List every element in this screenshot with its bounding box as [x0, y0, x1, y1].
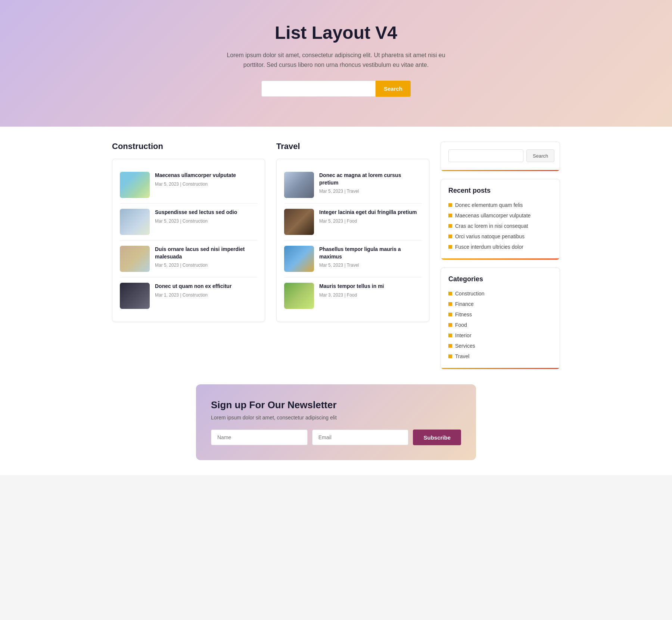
- construction-posts-card: Maecenas ullamcorper vulputate Mar 5, 20…: [112, 159, 265, 322]
- construction-column: Construction Maecenas ullamcorper vulput…: [112, 142, 265, 322]
- post-title[interactable]: Phasellus tempor ligula mauris a maximus: [319, 246, 421, 260]
- post-info: Maecenas ullamcorper vulputate Mar 5, 20…: [155, 172, 236, 187]
- hero-title: List Layout V4: [7, 22, 665, 43]
- main-content: Construction Maecenas ullamcorper vulput…: [0, 127, 672, 384]
- post-title[interactable]: Duis ornare lacus sed nisi imperdiet mal…: [155, 246, 257, 260]
- list-item: Fitness: [448, 309, 552, 320]
- list-item: Maecenas ullamcorper vulputate: [448, 210, 552, 221]
- post-info: Donec ut quam non ex efficitur Mar 1, 20…: [155, 283, 231, 298]
- bullet-icon: [448, 302, 452, 306]
- category-label[interactable]: Interior: [455, 332, 472, 338]
- post-info: Donec ac magna at lorem cursus pretium M…: [319, 172, 421, 194]
- post-thumbnail: [284, 209, 314, 235]
- content-grid: Construction Maecenas ullamcorper vulput…: [112, 142, 560, 369]
- bullet-icon: [448, 203, 452, 207]
- list-item: Orci varius natoque penatibus: [448, 231, 552, 242]
- category-label[interactable]: Construction: [455, 291, 485, 297]
- newsletter-description: Lorem ipsum dolor sit amet, consectetur …: [211, 415, 461, 421]
- post-title[interactable]: Mauris tempor tellus in mi: [319, 283, 384, 290]
- construction-section-title: Construction: [112, 142, 265, 151]
- newsletter-form: Subscribe: [211, 430, 461, 445]
- newsletter-title: Sign up For Our Newsletter: [211, 399, 461, 411]
- list-item: Food: [448, 320, 552, 330]
- post-thumbnail: [284, 246, 314, 272]
- hero-search-button[interactable]: Search: [376, 81, 411, 97]
- table-row: Suspendisse sed lectus sed odio Mar 5, 2…: [120, 204, 257, 241]
- post-thumbnail: [120, 209, 150, 235]
- newsletter-name-input[interactable]: [211, 430, 308, 445]
- list-item: Donec elementum quam felis: [448, 200, 552, 210]
- recent-post-label[interactable]: Fusce interdum ultricies dolor: [455, 244, 523, 250]
- post-title[interactable]: Maecenas ullamcorper vulputate: [155, 172, 236, 179]
- hero-search-input[interactable]: [261, 81, 376, 97]
- post-thumbnail: [120, 283, 150, 309]
- post-title[interactable]: Suspendisse sed lectus sed odio: [155, 209, 237, 216]
- post-title[interactable]: Donec ut quam non ex efficitur: [155, 283, 231, 290]
- list-item: Services: [448, 341, 552, 351]
- newsletter-email-input[interactable]: [312, 430, 409, 445]
- newsletter-section: Sign up For Our Newsletter Lorem ipsum d…: [0, 384, 672, 475]
- category-label[interactable]: Travel: [455, 353, 469, 359]
- bullet-icon: [448, 214, 452, 217]
- post-meta: Mar 5, 2023 | Travel: [319, 189, 421, 194]
- bullet-icon: [448, 235, 452, 238]
- post-thumbnail: [284, 172, 314, 198]
- category-label[interactable]: Finance: [455, 301, 474, 307]
- table-row: Duis ornare lacus sed nisi imperdiet mal…: [120, 241, 257, 278]
- post-thumbnail: [284, 283, 314, 309]
- table-row: Maecenas ullamcorper vulputate Mar 5, 20…: [120, 167, 257, 204]
- post-info: Mauris tempor tellus in mi Mar 3, 2023 |…: [319, 283, 384, 298]
- post-meta: Mar 5, 2023 | Construction: [155, 218, 237, 224]
- newsletter-box: Sign up For Our Newsletter Lorem ipsum d…: [196, 384, 476, 460]
- bullet-icon: [448, 245, 452, 249]
- recent-post-label[interactable]: Maecenas ullamcorper vulputate: [455, 213, 531, 218]
- categories-title: Categories: [448, 275, 552, 283]
- recent-post-label[interactable]: Orci varius natoque penatibus: [455, 233, 525, 239]
- post-info: Phasellus tempor ligula mauris a maximus…: [319, 246, 421, 268]
- sidebar-search-input[interactable]: [448, 149, 523, 162]
- post-meta: Mar 5, 2023 | Food: [319, 218, 417, 224]
- list-item: Cras ac lorem in nisi consequat: [448, 221, 552, 231]
- recent-posts-list: Donec elementum quam felis Maecenas ulla…: [448, 200, 552, 252]
- category-label[interactable]: Services: [455, 343, 475, 349]
- recent-posts-title: Recent posts: [448, 187, 552, 195]
- post-meta: Mar 1, 2023 | Construction: [155, 292, 231, 298]
- table-row: Donec ut quam non ex efficitur Mar 1, 20…: [120, 278, 257, 314]
- table-row: Mauris tempor tellus in mi Mar 3, 2023 |…: [284, 278, 421, 314]
- post-title[interactable]: Integer lacinia eget dui fringilla preti…: [319, 209, 417, 216]
- travel-section-title: Travel: [276, 142, 429, 151]
- sidebar-search-widget: Search: [441, 142, 560, 171]
- sidebar-search-button[interactable]: Search: [526, 149, 554, 162]
- categories-widget: Categories Construction Finance Fitness: [441, 267, 560, 369]
- post-info: Suspendisse sed lectus sed odio Mar 5, 2…: [155, 209, 237, 224]
- categories-list: Construction Finance Fitness Food: [448, 288, 552, 362]
- hero-search-bar: Search: [261, 81, 411, 97]
- travel-column: Travel Donec ac magna at lorem cursus pr…: [276, 142, 429, 322]
- list-item: Finance: [448, 299, 552, 309]
- post-meta: Mar 5, 2023 | Travel: [319, 263, 421, 268]
- bullet-icon: [448, 344, 452, 348]
- category-label[interactable]: Food: [455, 322, 467, 328]
- bullet-icon: [448, 313, 452, 316]
- bullet-icon: [448, 334, 452, 337]
- post-meta: Mar 5, 2023 | Construction: [155, 182, 236, 187]
- bullet-icon: [448, 323, 452, 327]
- table-row: Donec ac magna at lorem cursus pretium M…: [284, 167, 421, 204]
- recent-posts-widget: Recent posts Donec elementum quam felis …: [441, 179, 560, 260]
- post-meta: Mar 3, 2023 | Food: [319, 292, 384, 298]
- bullet-icon: [448, 224, 452, 228]
- hero-section: List Layout V4 Lorem ipsum dolor sit ame…: [0, 0, 672, 127]
- subscribe-button[interactable]: Subscribe: [413, 430, 461, 445]
- post-thumbnail: [120, 246, 150, 272]
- post-meta: Mar 5, 2023 | Construction: [155, 263, 257, 268]
- recent-post-label[interactable]: Donec elementum quam felis: [455, 202, 523, 208]
- list-item: Fusce interdum ultricies dolor: [448, 242, 552, 252]
- post-title[interactable]: Donec ac magna at lorem cursus pretium: [319, 172, 421, 186]
- recent-post-label[interactable]: Cras ac lorem in nisi consequat: [455, 223, 528, 229]
- category-label[interactable]: Fitness: [455, 311, 472, 317]
- list-item: Construction: [448, 288, 552, 299]
- travel-posts-card: Donec ac magna at lorem cursus pretium M…: [276, 159, 429, 322]
- table-row: Phasellus tempor ligula mauris a maximus…: [284, 241, 421, 278]
- post-info: Duis ornare lacus sed nisi imperdiet mal…: [155, 246, 257, 268]
- sidebar-search-bar: Search: [448, 149, 552, 162]
